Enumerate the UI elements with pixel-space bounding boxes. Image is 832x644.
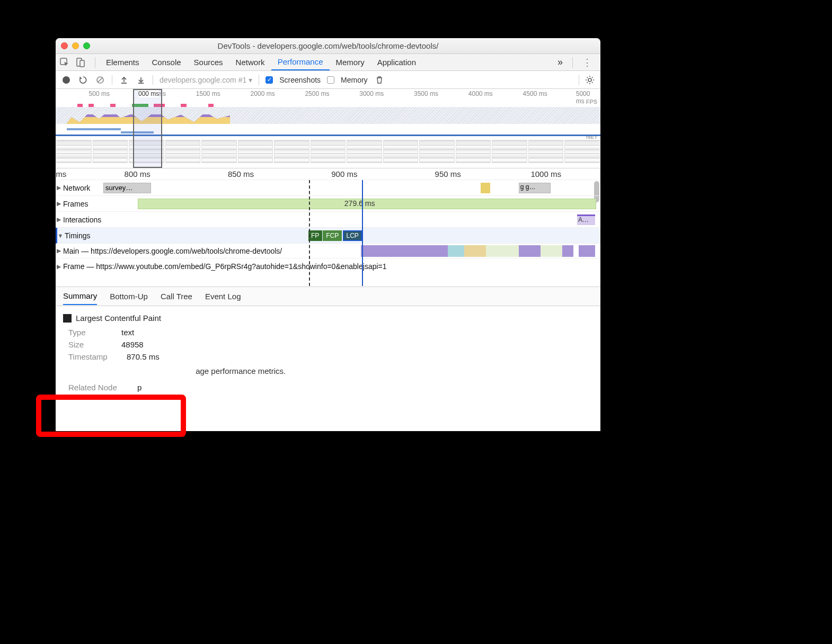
separator xyxy=(579,75,579,85)
ruler-tick: 3500 ms xyxy=(414,90,438,97)
field-label: Type xyxy=(68,328,116,337)
clear-button[interactable] xyxy=(95,75,105,85)
separator xyxy=(112,75,112,85)
track-frame[interactable]: ▶ Frame — https://www.youtube.com/embed/… xyxy=(56,258,600,274)
window-title: DevTools - developers.google.com/web/too… xyxy=(56,41,600,50)
tab-elements[interactable]: Elements xyxy=(100,55,146,70)
timing-fcp[interactable]: FCP xyxy=(323,230,342,241)
field-label: Size xyxy=(68,340,116,349)
screenshots-label: Screenshots xyxy=(279,76,321,84)
network-bar[interactable]: survey… xyxy=(103,183,151,193)
tab-event-log[interactable]: Event Log xyxy=(205,288,241,305)
svg-point-7 xyxy=(588,78,591,82)
event-title: Largest Contentful Paint xyxy=(76,314,161,323)
ruler-tick: 4500 ms xyxy=(523,90,547,97)
capture-select-label: developers.google.com #1 xyxy=(160,76,246,84)
main-bar[interactable] xyxy=(486,245,519,257)
save-profile-icon[interactable] xyxy=(136,75,146,85)
track-interactions[interactable]: ▶ Interactions A… xyxy=(56,212,600,228)
more-tabs-icon[interactable]: » xyxy=(552,57,568,68)
ruler-tick: 4000 ms xyxy=(468,90,493,97)
titlebar: DevTools - developers.google.com/web/too… xyxy=(56,38,600,54)
track-frames[interactable]: ▶ Frames 279.6 ms xyxy=(56,196,600,212)
ruler-tick: ms xyxy=(56,169,66,178)
track-label: Main — https://developers.google.com/web… xyxy=(62,247,282,255)
reload-record-button[interactable] xyxy=(78,75,88,85)
capture-select[interactable]: developers.google.com #1 ▾ xyxy=(160,76,252,84)
settings-icon[interactable] xyxy=(585,75,595,85)
ruler-tick: 2000 ms xyxy=(251,90,275,97)
field-label: Timestamp xyxy=(68,352,121,361)
record-button[interactable] xyxy=(61,75,72,85)
summary-panel: Largest Contentful Paint Typetext Size48… xyxy=(56,306,600,408)
network-bar[interactable] xyxy=(481,183,490,193)
marker-line xyxy=(309,180,310,286)
frame-duration: 279.6 ms xyxy=(344,199,375,208)
overview-panel[interactable]: 500 ms 1000 ms 1500 ms 2000 ms 2500 ms 3… xyxy=(56,89,600,168)
track-label: Frames xyxy=(62,200,88,208)
lcp-marker-line xyxy=(362,180,363,286)
tab-sources[interactable]: Sources xyxy=(188,55,229,70)
track-main[interactable]: ▶ Main — https://developers.google.com/w… xyxy=(56,244,600,258)
ruler-tick: 500 ms xyxy=(89,90,110,97)
ruler-tick: 800 ms xyxy=(125,169,151,178)
track-network[interactable]: ▶ Network survey… g g… xyxy=(56,180,600,196)
track-timings[interactable]: ▼ Timings FP FCP LCP xyxy=(56,228,600,244)
main-bar[interactable] xyxy=(579,245,595,257)
description-text: age performance metrics. xyxy=(196,366,286,375)
interaction-bar[interactable]: A… xyxy=(577,214,595,225)
ruler-tick: 850 ms xyxy=(228,169,254,178)
timing-fp[interactable]: FP xyxy=(308,230,322,241)
main-bar[interactable] xyxy=(361,245,448,257)
main-tabbar: Elements Console Sources Network Perform… xyxy=(56,54,600,71)
track-label: Interactions xyxy=(62,216,101,224)
divider xyxy=(572,57,573,68)
device-toggle-icon[interactable] xyxy=(75,57,86,68)
collapse-icon[interactable]: ▼ xyxy=(57,232,64,239)
tab-application[interactable]: Application xyxy=(371,55,422,70)
main-bar[interactable] xyxy=(519,245,541,257)
event-color-swatch xyxy=(63,314,72,323)
detail-tabbar: Summary Bottom-Up Call Tree Event Log xyxy=(56,287,600,306)
memory-checkbox[interactable] xyxy=(327,76,334,84)
timing-lcp[interactable]: LCP xyxy=(343,230,362,241)
kebab-menu-icon[interactable]: ⋮ xyxy=(577,57,597,68)
screenshots-checkbox[interactable]: ✓ xyxy=(265,76,273,84)
track-label: Network xyxy=(62,184,90,192)
flamechart[interactable]: ms 800 ms 850 ms 900 ms 950 ms 1000 ms ▶… xyxy=(56,168,600,287)
garbage-collect-icon[interactable] xyxy=(374,75,385,85)
tab-bottom-up[interactable]: Bottom-Up xyxy=(110,288,148,305)
tab-memory[interactable]: Memory xyxy=(330,55,371,70)
tab-network[interactable]: Network xyxy=(229,55,271,70)
collapse-icon[interactable]: ▶ xyxy=(56,200,62,207)
main-bar[interactable] xyxy=(464,245,486,257)
tab-performance[interactable]: Performance xyxy=(271,54,330,70)
inspect-icon[interactable] xyxy=(59,57,70,68)
track-label: Timings xyxy=(64,231,91,240)
field-value: 870.5 ms xyxy=(127,352,160,361)
collapse-icon[interactable]: ▶ xyxy=(56,216,62,223)
svg-rect-2 xyxy=(80,60,84,67)
field-label: Related Node xyxy=(68,383,132,392)
load-profile-icon[interactable] xyxy=(119,75,129,85)
network-bar[interactable]: g g… xyxy=(519,183,551,193)
main-bar[interactable] xyxy=(562,245,573,257)
overview-selection[interactable]: 000 ms xyxy=(133,89,163,168)
related-node-link[interactable]: p xyxy=(137,383,141,392)
tab-call-tree[interactable]: Call Tree xyxy=(161,288,192,305)
collapse-icon[interactable]: ▶ xyxy=(56,247,62,254)
flame-ruler: ms 800 ms 850 ms 900 ms 950 ms 1000 ms xyxy=(56,168,600,180)
main-bar[interactable] xyxy=(541,245,562,257)
collapse-icon[interactable]: ▶ xyxy=(56,263,62,270)
devtools-window: DevTools - developers.google.com/web/too… xyxy=(56,38,600,431)
ruler-tick: 900 ms xyxy=(331,169,357,178)
ruler-tick: 1000 ms xyxy=(530,169,561,178)
tab-console[interactable]: Console xyxy=(146,55,188,70)
main-bar[interactable] xyxy=(448,245,464,257)
ruler-tick: 1500 ms xyxy=(196,90,220,97)
separator xyxy=(259,75,259,85)
tab-summary[interactable]: Summary xyxy=(63,288,97,305)
collapse-icon[interactable]: ▶ xyxy=(56,184,62,191)
divider xyxy=(95,57,95,68)
selection-label: 000 ms xyxy=(138,90,159,97)
